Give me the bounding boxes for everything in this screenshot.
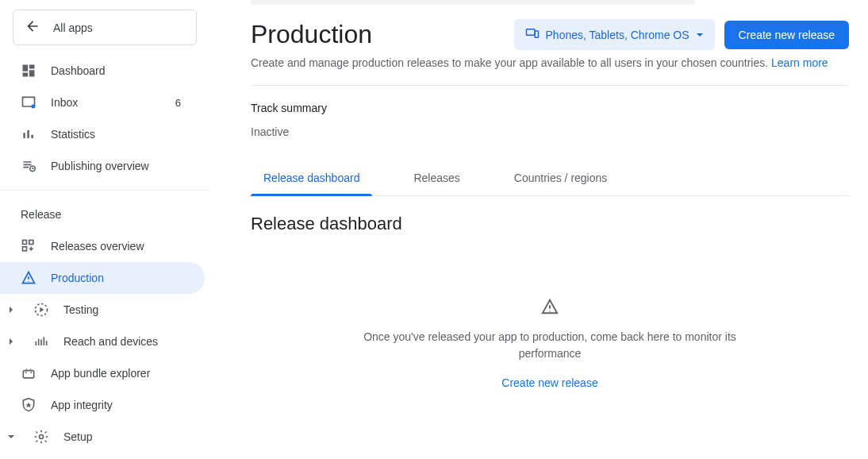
formfactor-label: Phones, Tablets, Chrome OS	[546, 29, 689, 41]
page-title: Production	[251, 20, 505, 49]
sidebar-item-label: Releases overview	[51, 240, 197, 253]
empty-state: Once you've released your app to product…	[344, 298, 756, 389]
devices-icon	[525, 26, 540, 43]
inbox-icon	[21, 94, 36, 110]
sidebar: All apps Dashboard Inbox 6 Statistics Pu…	[0, 0, 209, 459]
sidebar-item-label: Statistics	[51, 128, 197, 141]
sidebar-item-label: Publishing overview	[51, 160, 197, 172]
sidebar-item-label: App integrity	[51, 399, 197, 411]
top-bar-placeholder	[251, 0, 695, 5]
sidebar-item-setup[interactable]: Setup	[0, 421, 209, 453]
sidebar-item-inbox[interactable]: Inbox 6	[0, 87, 209, 118]
production-icon	[21, 270, 36, 286]
sidebar-item-label: Production	[51, 272, 192, 284]
releases-overview-icon	[21, 238, 36, 254]
sidebar-item-statistics[interactable]: Statistics	[0, 118, 209, 150]
page-header: Production Phones, Tablets, Chrome OS Cr…	[251, 19, 849, 50]
track-summary-label: Track summary	[251, 102, 849, 114]
divider	[251, 85, 849, 86]
sidebar-item-dashboard[interactable]: Dashboard	[0, 55, 209, 87]
svg-rect-11	[535, 31, 539, 37]
svg-point-7	[26, 368, 28, 370]
learn-more-link[interactable]: Learn more	[771, 56, 828, 69]
publishing-icon	[21, 158, 36, 174]
shield-icon	[21, 397, 36, 413]
empty-state-message: Once you've released your app to product…	[344, 329, 756, 362]
sidebar-item-label: Setup	[63, 430, 197, 443]
svg-rect-3	[29, 241, 33, 245]
sidebar-item-label: Testing	[63, 303, 197, 316]
arrow-left-icon	[25, 18, 40, 37]
svg-rect-10	[526, 29, 535, 36]
gear-icon	[33, 429, 49, 445]
sidebar-item-app-integrity[interactable]: App integrity	[0, 389, 209, 421]
section-header-release: Release	[0, 199, 209, 230]
svg-rect-6	[23, 371, 33, 378]
svg-rect-2	[23, 241, 27, 245]
page-subtitle: Create and manage production releases to…	[251, 56, 849, 69]
svg-rect-4	[23, 247, 27, 251]
svg-point-0	[31, 105, 35, 109]
caret-right-icon	[3, 306, 19, 314]
create-release-link[interactable]: Create new release	[344, 376, 756, 389]
tab-releases[interactable]: Releases	[401, 162, 472, 195]
sidebar-item-label: Reach and devices	[63, 335, 197, 348]
reach-devices-icon	[33, 334, 49, 349]
create-release-button[interactable]: Create new release	[724, 21, 849, 49]
svg-point-8	[30, 368, 32, 370]
bundle-icon	[21, 365, 36, 381]
dashboard-icon	[21, 63, 36, 79]
bar-chart-icon	[21, 126, 36, 142]
separator	[0, 190, 209, 191]
subtitle-text: Create and manage production releases to…	[251, 56, 768, 69]
section-title: Release dashboard	[251, 214, 849, 234]
sidebar-item-reach-devices[interactable]: Reach and devices	[0, 326, 209, 357]
tabs: Release dashboard Releases Countries / r…	[251, 162, 849, 196]
all-apps-button[interactable]: All apps	[13, 10, 197, 45]
caret-down-icon	[3, 433, 19, 441]
sidebar-item-releases-overview[interactable]: Releases overview	[0, 230, 209, 262]
chevron-down-icon	[696, 29, 704, 41]
sidebar-item-publishing-overview[interactable]: Publishing overview	[0, 150, 209, 182]
sidebar-item-app-bundle-explorer[interactable]: App bundle explorer	[0, 357, 209, 389]
formfactor-chip-button[interactable]: Phones, Tablets, Chrome OS	[514, 19, 715, 50]
main-content: Production Phones, Tablets, Chrome OS Cr…	[209, 0, 868, 459]
warning-icon	[344, 298, 756, 318]
track-status: Inactive	[251, 125, 849, 138]
sidebar-item-label: Inbox	[51, 96, 161, 109]
inbox-badge: 6	[175, 97, 197, 109]
all-apps-label: All apps	[53, 21, 93, 34]
tab-release-dashboard[interactable]: Release dashboard	[251, 162, 372, 195]
sidebar-item-label: App bundle explorer	[51, 367, 197, 380]
caret-right-icon	[3, 338, 19, 345]
svg-point-9	[40, 435, 44, 439]
sidebar-item-label: Dashboard	[51, 64, 197, 77]
tab-countries-regions[interactable]: Countries / regions	[501, 162, 620, 195]
testing-icon	[33, 302, 49, 318]
sidebar-item-production[interactable]: Production	[0, 262, 205, 294]
sidebar-item-testing[interactable]: Testing	[0, 294, 209, 326]
